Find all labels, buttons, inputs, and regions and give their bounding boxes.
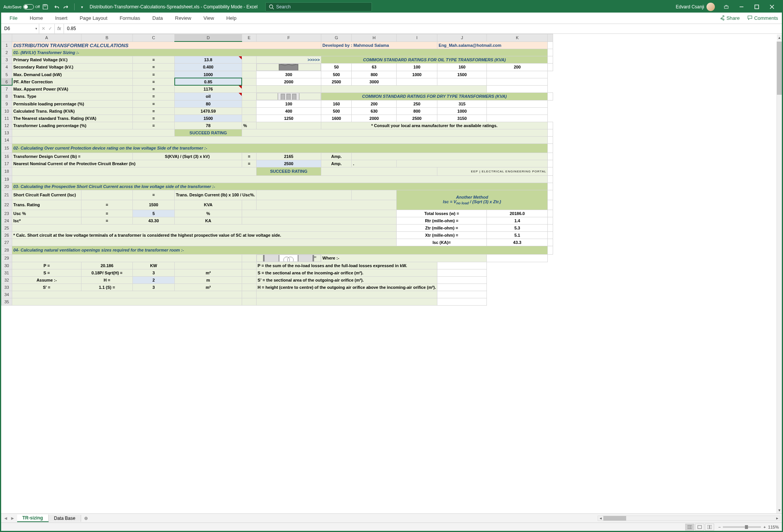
svg-rect-32 bbox=[710, 525, 712, 529]
col-C[interactable]: C bbox=[133, 34, 175, 41]
sheet-tab-tr-sizing[interactable]: TR-sizing bbox=[17, 514, 49, 522]
svg-rect-3 bbox=[755, 5, 759, 9]
col-D[interactable]: D bbox=[175, 34, 242, 41]
zoom-out-button[interactable]: − bbox=[718, 525, 721, 529]
page-break-view-button[interactable] bbox=[705, 524, 714, 530]
col-I[interactable]: I bbox=[397, 34, 437, 41]
tab-review[interactable]: Review bbox=[169, 13, 198, 24]
svg-rect-0 bbox=[44, 5, 46, 6]
svg-rect-13 bbox=[292, 94, 296, 100]
col-K[interactable]: K bbox=[487, 34, 548, 41]
svg-rect-15 bbox=[279, 255, 298, 262]
active-cell[interactable]: 0.85 bbox=[175, 78, 242, 85]
cell[interactable]: Eng_Mah.salama@hotmail.com bbox=[437, 41, 548, 49]
ribbon: File Home Insert Page Layout Formulas Da… bbox=[1, 13, 782, 24]
cell[interactable]: 01- (MV/LV) Transformer Sizing :- bbox=[12, 49, 548, 56]
svg-rect-11 bbox=[281, 94, 285, 100]
redo-icon[interactable] bbox=[64, 4, 70, 10]
col-J[interactable]: J bbox=[437, 34, 487, 41]
tab-page-layout[interactable]: Page Layout bbox=[73, 13, 113, 24]
col-B[interactable]: B bbox=[81, 34, 133, 41]
name-box[interactable]: D6▾ bbox=[1, 24, 39, 33]
dry-transformer-icon bbox=[273, 93, 304, 100]
enter-icon[interactable]: ✓ bbox=[48, 26, 52, 31]
status-bar: − + 115% bbox=[1, 522, 782, 531]
svg-point-1 bbox=[269, 5, 273, 8]
avatar-icon bbox=[706, 3, 715, 11]
cell[interactable]: DISTRIBUTION TRANSFORMER CALCULATIONS bbox=[12, 41, 321, 49]
row-1[interactable]: 1 bbox=[2, 41, 12, 49]
svg-rect-31 bbox=[707, 525, 709, 529]
sheet-nav-next-icon[interactable]: ► bbox=[10, 516, 15, 521]
sheet-nav-prev-icon[interactable]: ◄ bbox=[3, 516, 8, 521]
tab-insert[interactable]: Insert bbox=[49, 13, 74, 24]
col-E[interactable]: E bbox=[242, 34, 256, 41]
hscroll-thumb[interactable] bbox=[603, 516, 626, 521]
fx-button[interactable]: fx bbox=[55, 24, 64, 33]
scroll-down-icon[interactable]: ▼ bbox=[777, 507, 782, 513]
svg-rect-12 bbox=[287, 94, 290, 100]
qat-dropdown-icon[interactable]: ▾ bbox=[79, 4, 85, 10]
svg-rect-2 bbox=[724, 6, 728, 8]
zoom-slider[interactable] bbox=[723, 526, 761, 528]
minimize-button[interactable] bbox=[734, 1, 749, 13]
formula-input[interactable]: 0.85 bbox=[64, 24, 782, 33]
chevron-down-icon[interactable]: ▾ bbox=[35, 27, 37, 30]
col-G[interactable]: G bbox=[321, 34, 352, 41]
tab-help[interactable]: Help bbox=[220, 13, 242, 24]
user-account[interactable]: Edvard Csanji bbox=[676, 3, 715, 11]
ventilation-diagram: 200 mmmini. S' H S bbox=[260, 255, 317, 262]
share-button[interactable]: Share bbox=[716, 15, 743, 21]
scroll-up-icon[interactable]: ▲ bbox=[777, 35, 782, 41]
window-title: Distribution-Transformer-Calculations-Sp… bbox=[90, 4, 258, 10]
zoom-level[interactable]: 115% bbox=[768, 525, 779, 529]
svg-rect-30 bbox=[698, 526, 702, 529]
formula-bar: D6▾ ✕ ✓ fx 0.85 bbox=[1, 24, 782, 34]
page-layout-view-button[interactable] bbox=[695, 524, 704, 530]
svg-text:H: H bbox=[314, 255, 316, 259]
svg-rect-6 bbox=[287, 64, 290, 64]
tab-file[interactable]: File bbox=[3, 13, 24, 24]
tab-home[interactable]: Home bbox=[24, 13, 49, 24]
col-F[interactable]: F bbox=[256, 34, 321, 41]
search-box[interactable]: Search bbox=[265, 2, 372, 11]
select-all-corner[interactable] bbox=[2, 34, 12, 41]
svg-rect-5 bbox=[281, 64, 284, 64]
sheet-tab-data-base[interactable]: Data Base bbox=[49, 515, 81, 522]
maximize-button[interactable] bbox=[749, 1, 764, 13]
normal-view-button[interactable] bbox=[685, 524, 694, 530]
col-H[interactable]: H bbox=[352, 34, 397, 41]
save-icon[interactable] bbox=[42, 4, 48, 10]
tab-view[interactable]: View bbox=[197, 13, 220, 24]
add-sheet-button[interactable]: ⊕ bbox=[81, 516, 91, 521]
eep-logo: EEP | ELECTRICAL ENGINEERING PORTAL bbox=[437, 167, 548, 175]
scroll-right-icon[interactable]: ► bbox=[775, 516, 780, 521]
ribbon-options-icon[interactable] bbox=[719, 1, 734, 13]
cancel-icon[interactable]: ✕ bbox=[41, 26, 45, 31]
sheet-tabs: ◄ ► TR-sizing Data Base ⊕ ◄ ► bbox=[1, 513, 782, 522]
autosave-toggle[interactable]: AutoSave Off bbox=[3, 4, 40, 10]
svg-rect-27 bbox=[687, 525, 692, 529]
oil-transformer-icon bbox=[273, 64, 304, 71]
cell[interactable]: Developed by : Mahmoud Salama bbox=[321, 41, 437, 49]
title-bar: AutoSave Off ▾ Distribution-Transformer-… bbox=[1, 1, 782, 13]
undo-icon[interactable] bbox=[53, 4, 59, 10]
search-icon bbox=[269, 4, 274, 10]
scroll-thumb[interactable] bbox=[777, 41, 782, 95]
svg-rect-7 bbox=[293, 64, 296, 64]
horizontal-scrollbar[interactable]: ◄ ► bbox=[598, 516, 780, 521]
tab-data[interactable]: Data bbox=[146, 13, 169, 24]
zoom-in-button[interactable]: + bbox=[763, 525, 765, 529]
spreadsheet-grid[interactable]: A B C D E F G H I J K 1 DISTRIBUTION TRA… bbox=[1, 34, 782, 513]
close-button[interactable] bbox=[764, 1, 780, 13]
tab-formulas[interactable]: Formulas bbox=[113, 13, 146, 24]
col-A[interactable]: A bbox=[12, 34, 81, 41]
vertical-scrollbar[interactable]: ▲ ▼ bbox=[777, 41, 782, 513]
comments-button[interactable]: Comments bbox=[743, 15, 782, 21]
scroll-left-icon[interactable]: ◄ bbox=[598, 516, 603, 521]
